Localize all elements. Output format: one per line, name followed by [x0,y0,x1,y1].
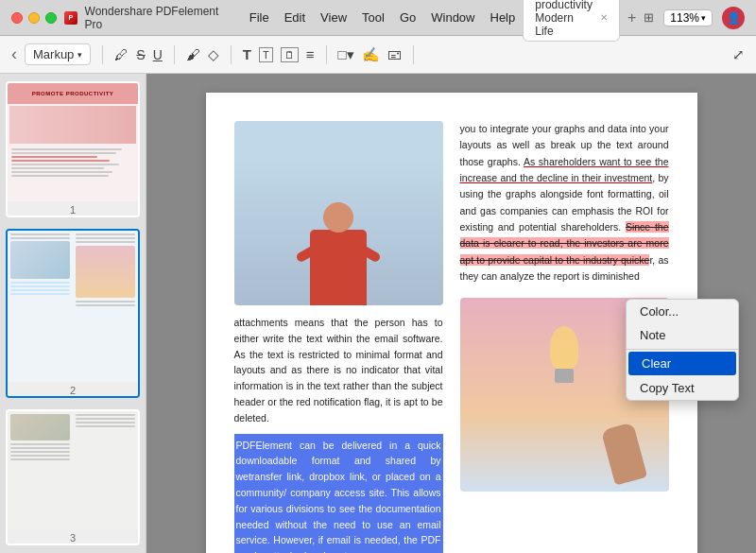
text-box-icon[interactable]: T [259,47,273,62]
thumb-2-img-box [10,241,70,279]
separator-2 [174,45,175,64]
thumb-line [10,458,70,460]
person-image [234,121,443,305]
thumb-line [76,301,135,302]
markup-dropdown[interactable]: Markup ▾ [25,43,91,65]
thumb-line [10,443,70,445]
thumb-line [76,414,135,416]
avatar[interactable]: 👤 [722,7,745,29]
shapes-icon[interactable]: □▾ [338,46,354,63]
context-menu-item-color[interactable]: Color... [627,300,738,323]
expand-icon[interactable]: ⤢ [732,46,745,63]
maximize-button[interactable] [45,12,57,24]
minimize-button[interactable] [28,12,40,24]
traffic-lights [11,12,57,24]
page-2-thumbnail[interactable]: 2 [6,229,140,398]
thumb-line [76,422,135,423]
thumb-2-right-img [76,246,135,298]
main-layout: PROMOTE PRODUCTIVITY 1 [0,74,756,553]
thumb-line [76,233,135,235]
callout-icon[interactable]: 🗒 [281,47,299,62]
thumb-line [11,171,112,173]
thumb-line [10,289,70,291]
thumb-line [10,293,70,295]
zoom-control[interactable]: 113% ▾ [663,9,713,26]
thumb-3-right [73,411,138,529]
separator-3 [231,45,232,64]
thumb-2-left [8,231,73,382]
eraser-icon[interactable]: ◇ [208,46,219,63]
menu-file[interactable]: File [249,10,269,25]
document-content: attachments means that the person has to… [146,74,756,553]
thumb-3-img-box [10,414,70,441]
page-body: attachments means that the person has to… [234,121,669,553]
zoom-dropdown-icon: ▾ [701,13,706,23]
thumb-line [10,237,70,239]
markup-dropdown-icon: ▾ [77,50,82,60]
right-col-text: you to integrate your graphs and data in… [460,121,669,285]
active-tab[interactable]: productivity Modern Life ✕ [523,0,620,42]
menu-bar: File Edit View Tool Go Window Help [249,10,516,25]
menu-help[interactable]: Help [490,10,516,25]
stamp-icon[interactable]: 🖃 [387,46,402,62]
menu-window[interactable]: Window [431,10,474,25]
underline-icon[interactable]: U [153,47,163,62]
page-1-number: 1 [8,201,138,217]
tab-title: productivity Modern Life [535,0,593,38]
thumb-line [11,167,104,169]
bulb-base [555,369,574,383]
context-menu-item-copy-text[interactable]: Copy Text [627,376,738,400]
toolbar-nav: ‹ [11,44,17,64]
toolbar-right: ⤢ [732,46,745,63]
strikethrough-icon[interactable]: S [136,47,145,62]
document-page: attachments means that the person has to… [206,93,697,553]
thumb-line [76,425,135,427]
thumb-line [76,304,135,306]
new-tab-button[interactable]: + [627,9,636,26]
avatar-icon: 👤 [727,11,741,25]
menu-tool[interactable]: Tool [362,10,385,25]
tab-close-icon[interactable]: ✕ [600,12,608,23]
app-icon: P [64,11,77,25]
menu-edit[interactable]: Edit [284,10,305,25]
thumb-3-left [8,411,73,529]
text-icon[interactable]: T [243,46,251,62]
bulb-shape [550,326,578,369]
thumb-line [10,282,70,284]
context-menu-item-note[interactable]: Note [627,323,738,347]
page-3-thumbnail[interactable]: 3 [6,409,140,545]
context-menu-item-clear[interactable]: Clear [628,352,736,375]
left-col-text: attachments means that the person has to… [234,315,443,426]
thumb-2-content [8,231,138,382]
thumb-line [10,447,70,449]
context-menu: Color... Note Clear Copy Text [626,299,739,401]
thumb-line [11,175,109,177]
thumb-1-img: PROMOTE PRODUCTIVITY [8,83,138,201]
signature-icon[interactable]: ✍ [362,46,380,63]
back-icon[interactable]: ‹ [11,44,17,64]
thumb-line-red [11,160,110,162]
thumb-3-img [8,411,138,529]
page-thumbnail-sidebar: PROMOTE PRODUCTIVITY 1 [0,74,146,553]
align-icon[interactable]: ≡ [306,46,315,62]
thumb-1-header: PROMOTE PRODUCTIVITY [8,83,138,104]
toolbar: ‹ Markup ▾ 🖊 S U 🖌 ◇ T T 🗒 ≡ □▾ ✍ 🖃 ⤢ [0,36,756,74]
menu-go[interactable]: Go [400,10,416,25]
thumb-line [10,233,70,235]
highlight-icon[interactable]: 🖌 [186,46,200,62]
context-menu-separator [627,349,738,350]
sidebar-toggle-btn[interactable]: ⊞ [644,10,654,25]
page-1-thumbnail[interactable]: PROMOTE PRODUCTIVITY 1 [6,81,140,217]
thumb-line [76,237,135,239]
thumb-1-lines [8,146,138,181]
separator-1 [102,45,103,64]
tab-bar: productivity Modern Life ✕ + [523,0,636,42]
menu-view[interactable]: View [320,10,347,25]
thumb-2-img [8,231,138,382]
close-button[interactable] [11,12,23,24]
sticky-note-icon[interactable]: 🖊 [114,46,129,62]
thumb-line [11,164,119,165]
page-2-number: 2 [8,382,138,398]
thumb-3-content [8,411,138,529]
separator-4 [326,45,327,64]
